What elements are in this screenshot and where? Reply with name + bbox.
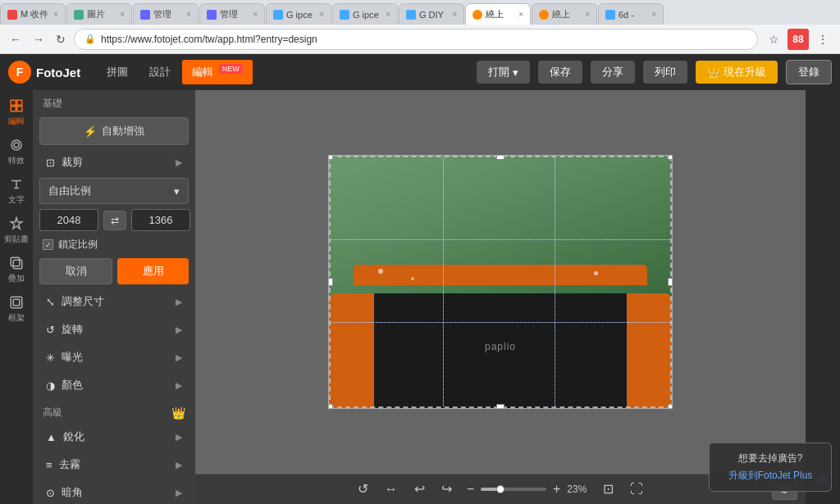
ratio-dropdown[interactable]: 自由比例 ▾ [39,178,189,204]
tab-close-3[interactable]: × [186,10,191,19]
upgrade-button[interactable]: 👑 現在升級 [696,61,778,84]
menu-icon[interactable]: ⋮ [812,29,833,50]
sidebar-item-effects[interactable]: 特效 [2,133,31,170]
save-button[interactable]: 保存 [538,61,582,84]
handle-ml[interactable] [328,278,333,286]
print-button[interactable]: 列印 [643,61,687,84]
svg-rect-6 [11,257,20,266]
browser-toolbar-actions: ☆ 88 ⋮ [763,29,833,50]
height-input[interactable] [131,209,190,231]
icon-sidebar: 編輯 特效 文字 剪貼畫 [0,90,33,504]
dimension-row: ⇄ [39,209,189,231]
tab-6d[interactable]: 6d - × [598,3,664,25]
tab-ipce2[interactable]: G ipce × [332,3,398,25]
handle-bl[interactable] [328,404,333,409]
color-item[interactable]: ◑ 顏色 ▶ [36,372,192,398]
sticker-icon [9,216,24,231]
login-button[interactable]: 登錄 [786,60,832,84]
cancel-button[interactable]: 取消 [39,258,112,284]
crop-icon: ⊡ [46,157,55,169]
crop-item[interactable]: ⊡ 裁剪 ▶ [36,149,192,175]
tab-mail[interactable]: M 收件 × [0,3,66,25]
sidebar-item-text[interactable]: 文字 [2,172,31,210]
extension-icon[interactable]: 88 [788,29,809,50]
flip-h-button[interactable]: ↔ [380,479,403,500]
tab-close-6[interactable]: × [386,10,390,19]
auto-enhance-button[interactable]: ⚡ 自動增強 [39,117,189,145]
zoom-out-button[interactable]: − [463,480,477,498]
tab-close-2[interactable]: × [120,10,125,19]
color-icon: ◑ [46,379,55,392]
tab-more[interactable]: 繞上 × [532,3,597,25]
fullscreen-button[interactable]: ⛶ [625,479,648,500]
rotate-item[interactable]: ↺ 旋轉 ▶ [36,316,192,343]
zoom-slider[interactable] [481,488,546,491]
defog-item[interactable]: ≡ 去霧 ▶ [36,452,192,478]
handle-mr[interactable] [668,278,673,286]
header-nav: 拼圖 設計 編輯 NEW [97,60,253,84]
exposure-item[interactable]: ✳ 曝光 ▶ [36,344,192,370]
sidebar-item-sticker[interactable]: 剪貼畫 [2,211,31,249]
swap-button[interactable]: ⇄ [103,211,126,230]
fit-screen-button[interactable]: ⊡ [598,478,619,500]
handle-br[interactable] [668,404,673,409]
forward-button[interactable]: → [30,31,48,48]
width-input[interactable] [39,209,98,231]
address-bar[interactable]: 🔒 https://www.fotojet.com/tw/app.html?en… [74,29,758,50]
tab-manage2[interactable]: 管理 × [199,3,265,25]
back-button[interactable]: ← [7,31,25,48]
redo-button[interactable]: ↪ [436,478,457,500]
lock-icon: 🔒 [84,34,96,44]
handle-bm[interactable] [496,404,504,409]
tab-diy[interactable]: G DIY × [399,3,464,25]
rotate-left-button[interactable]: ↺ [353,478,373,500]
nav-design[interactable]: 設計 [139,60,180,84]
zoom-in-button[interactable]: + [550,480,564,498]
sharpen-arrow: ▶ [176,432,182,443]
handle-tl[interactable] [328,155,333,160]
svg-rect-1 [17,100,22,105]
nav-collage[interactable]: 拼圖 [97,60,138,84]
upgrade-link[interactable]: 升級到FotoJet Plus [719,469,821,483]
sidebar-item-edit[interactable]: 編輯 [2,93,31,131]
section-basic-title: 基礎 [33,90,195,114]
tab-close-4[interactable]: × [253,10,258,19]
tab-close-5[interactable]: × [319,10,324,19]
tab-ipce1[interactable]: G ipce × [266,3,331,25]
edit-icon [9,98,24,113]
sidebar-item-frame[interactable]: 框架 [2,290,31,328]
zoom-slider-container: − + 23% [463,480,592,498]
lock-ratio-checkbox[interactable] [43,239,53,250]
action-row: 取消 應用 [39,258,189,284]
left-panel: 基礎 ⚡ 自動增強 ⊡ 裁剪 ▶ 自由比例 ▾ ⇄ [33,90,195,504]
tab-close-8[interactable]: × [585,10,590,19]
sharpen-item[interactable]: ▲ 銳化 ▶ [36,424,192,450]
tab-close-9[interactable]: × [651,10,656,19]
sidebar-item-overlay[interactable]: 疊加 [2,251,31,288]
tab-close-7[interactable]: × [452,10,457,19]
dropdown-arrow: ▾ [174,185,180,198]
canvas-background: paplio [195,90,806,474]
vignette-icon: ⊙ [46,487,55,499]
apply-button[interactable]: 應用 [117,258,189,284]
defog-arrow: ▶ [176,460,182,470]
tab-manage1[interactable]: 管理 × [133,3,199,25]
share-button[interactable]: 分享 [591,61,635,84]
tab-image[interactable]: 圖片 × [66,3,132,25]
speaker-brand: paplio [485,341,516,352]
color-arrow: ▶ [176,380,182,391]
handle-tm[interactable] [496,155,504,160]
handle-tr[interactable] [668,155,673,160]
svg-rect-2 [11,106,16,111]
rotate-icon: ↺ [46,324,55,336]
nav-edit[interactable]: 編輯 NEW [182,60,253,84]
tab-close[interactable]: × [53,10,58,19]
refresh-button[interactable]: ↻ [52,31,69,48]
undo-button[interactable]: ↩ [409,478,430,500]
resize-item[interactable]: ⤡ 調整尺寸 ▶ [36,288,192,315]
tab-active[interactable]: 繞上 × [465,3,531,25]
tab-close-active[interactable]: × [518,10,523,19]
bookmark-icon[interactable]: ☆ [763,29,784,50]
open-button[interactable]: 打開 ▾ [477,61,530,84]
vignette-item[interactable]: ⊙ 暗角 ▶ [36,479,192,504]
